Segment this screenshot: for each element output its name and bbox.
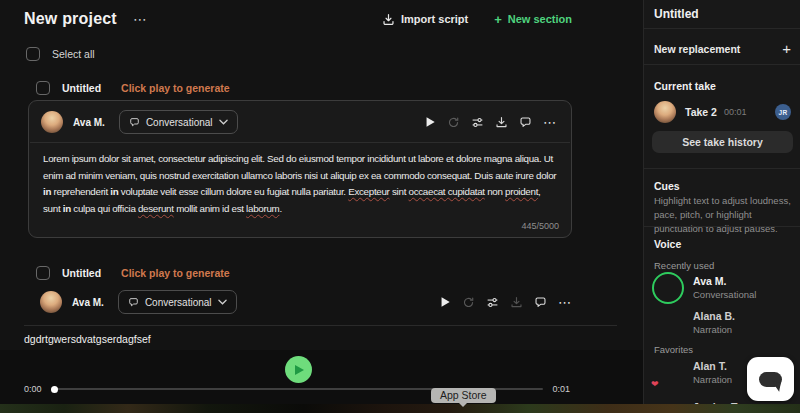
page-title: New project (24, 10, 117, 28)
voice-item-alana[interactable]: Alana B. Narration (652, 307, 793, 339)
section-2-generate-hint[interactable]: Click play to generate (121, 267, 230, 279)
right-sidebar: Untitled New replacement + Current take … (643, 0, 800, 404)
divider (644, 168, 800, 169)
section-1-title: Untitled (62, 82, 101, 94)
download-icon[interactable] (495, 116, 508, 129)
dock-tooltip-label: App Store (440, 389, 487, 401)
new-section-button[interactable]: + New section (494, 12, 572, 27)
section-2-label-row: Untitled Click play to generate (36, 266, 230, 280)
import-script-label: Import script (401, 13, 468, 25)
take-avatar (654, 101, 676, 123)
new-section-label: New section (508, 13, 572, 25)
section-2-checkbox[interactable] (36, 266, 50, 280)
divider (644, 64, 800, 65)
comment-icon[interactable] (519, 116, 532, 129)
download-icon[interactable] (510, 296, 523, 309)
chevron-down-icon (218, 299, 227, 305)
desktop-wallpaper-strip (0, 404, 800, 413)
voice-style: Narration (693, 324, 735, 336)
section-1-label-row: Untitled Click play to generate (36, 81, 230, 95)
speaker-name: Ava M. (72, 297, 104, 308)
section-1-checkbox[interactable] (36, 81, 50, 95)
speech-bubble-icon (128, 297, 139, 308)
voice-style-label: Conversational (146, 117, 213, 128)
project-header: New project ⋯ Import script + New sectio… (24, 10, 572, 28)
more-actions-button[interactable]: ⋯ (558, 296, 572, 309)
play-icon[interactable] (424, 116, 436, 128)
regenerate-icon[interactable] (462, 296, 475, 309)
divider (644, 28, 800, 29)
favorite-heart-icon: ❤ (651, 380, 659, 389)
plus-icon: + (494, 12, 502, 27)
selected-voice-ring (652, 272, 684, 304)
sliders-icon[interactable] (471, 116, 484, 129)
main-editor: New project ⋯ Import script + New sectio… (0, 0, 643, 404)
regenerate-icon[interactable] (447, 116, 460, 129)
favorites-label: Favorites (654, 344, 693, 355)
voice-name: Alan T. (693, 360, 732, 374)
project-more-button[interactable]: ⋯ (133, 11, 148, 27)
take-duration: 00:01 (724, 107, 747, 117)
dock-tooltip: App Store (431, 388, 496, 403)
select-all-checkbox[interactable] (26, 47, 40, 61)
section-1-generate-hint[interactable]: Click play to generate (121, 82, 230, 94)
global-play-button[interactable] (285, 356, 312, 383)
play-icon (295, 365, 304, 375)
sidebar-section-title: Untitled (654, 7, 699, 21)
app-window: New project ⋯ Import script + New sectio… (0, 0, 800, 413)
user-badge: JR (775, 104, 791, 120)
player-bar (0, 350, 643, 404)
char-counter: 445/5000 (29, 219, 571, 231)
voice-style-dropdown[interactable]: Conversational (118, 290, 237, 314)
voice-name: Alana B. (693, 310, 735, 324)
divider (24, 325, 617, 326)
plus-icon[interactable]: + (782, 40, 791, 57)
section-2-speaker-row: Ava M. Conversational ⋯ (40, 290, 572, 314)
more-actions-button[interactable]: ⋯ (543, 116, 557, 129)
select-all-label: Select all (52, 48, 95, 60)
speech-bubble-icon (129, 117, 140, 128)
select-all-row: Select all (26, 47, 95, 61)
recently-used-label: Recently used (654, 260, 714, 271)
import-script-button[interactable]: Import script (382, 13, 468, 26)
voice-style: Narration (693, 374, 732, 386)
speaker-name: Ava M. (73, 117, 105, 128)
cues-help-text: Highlight text to adjust loudness, pace,… (654, 194, 794, 235)
voice-name: Ava M. (693, 275, 756, 289)
import-icon (382, 13, 395, 26)
script-text-editor[interactable]: Lorem ipsum dolor sit amet, consectetur … (29, 143, 571, 219)
current-take-row[interactable]: Take 2 00:01 JR (654, 101, 791, 123)
play-icon[interactable] (439, 296, 451, 308)
voice-style: Conversational (693, 289, 756, 301)
header-actions: Import script + New section (382, 12, 572, 27)
see-take-history-button[interactable]: See take history (652, 131, 793, 153)
section-1-actions: ⋯ (424, 116, 557, 129)
tooltip-pointer (458, 402, 468, 412)
new-replacement-row[interactable]: New replacement + (654, 40, 791, 57)
chat-bubble-icon (759, 372, 782, 387)
voice-item-ava[interactable]: Ava M. Conversational (652, 272, 793, 304)
speaker-avatar (40, 291, 62, 313)
new-replacement-label: New replacement (654, 43, 740, 55)
chevron-down-icon (219, 119, 228, 125)
chat-widget-button[interactable] (747, 357, 794, 401)
script-text-editor[interactable]: dgdrtgwersdvatgserdagfsef (24, 333, 151, 345)
seek-handle[interactable] (51, 386, 58, 393)
comment-icon[interactable] (534, 296, 547, 309)
divider (644, 226, 800, 227)
section-1-speaker-row: Ava M. Conversational ⋯ (29, 101, 571, 142)
total-duration: 0:01 (552, 384, 570, 394)
sliders-icon[interactable] (486, 296, 499, 309)
speaker-avatar (41, 111, 63, 133)
voice-style-label: Conversational (145, 297, 212, 308)
elapsed-time: 0:00 (24, 384, 42, 394)
voice-heading: Voice (654, 238, 681, 250)
current-take-heading: Current take (654, 80, 716, 92)
section-2-title: Untitled (62, 267, 101, 279)
cues-heading: Cues (654, 180, 680, 192)
take-name: Take 2 (685, 106, 717, 118)
section-1-card: Ava M. Conversational ⋯ Lorem ipsum dolo… (28, 100, 572, 238)
section-2-actions: ⋯ (439, 296, 572, 309)
voice-style-dropdown[interactable]: Conversational (119, 110, 238, 134)
